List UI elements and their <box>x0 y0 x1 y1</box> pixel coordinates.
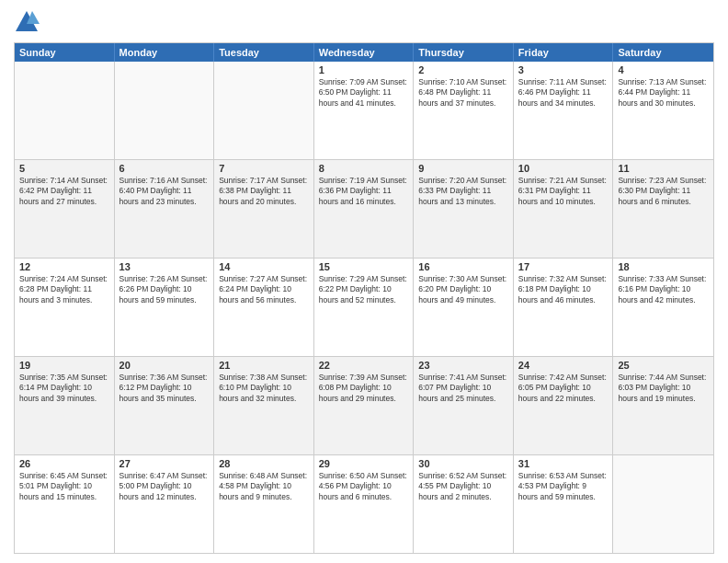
day-number: 30 <box>418 458 508 469</box>
empty-cell <box>214 62 314 159</box>
day-cell-27: 27Sunrise: 6:47 AM Sunset: 5:00 PM Dayli… <box>115 455 215 553</box>
day-info: Sunrise: 6:47 AM Sunset: 5:00 PM Dayligh… <box>119 471 210 502</box>
day-cell-23: 23Sunrise: 7:41 AM Sunset: 6:07 PM Dayli… <box>414 357 514 454</box>
day-info: Sunrise: 7:24 AM Sunset: 6:28 PM Dayligh… <box>19 274 109 305</box>
day-cell-6: 6Sunrise: 7:16 AM Sunset: 6:40 PM Daylig… <box>115 160 215 258</box>
day-info: Sunrise: 7:33 AM Sunset: 6:16 PM Dayligh… <box>618 274 709 305</box>
header <box>14 9 714 35</box>
day-info: Sunrise: 7:29 AM Sunset: 6:22 PM Dayligh… <box>319 274 409 305</box>
day-info: Sunrise: 7:21 AM Sunset: 6:31 PM Dayligh… <box>518 176 609 207</box>
calendar-header: SundayMondayTuesdayWednesdayThursdayFrid… <box>15 43 713 62</box>
day-number: 9 <box>418 163 508 174</box>
day-number: 2 <box>418 64 508 75</box>
day-info: Sunrise: 7:11 AM Sunset: 6:46 PM Dayligh… <box>518 77 609 109</box>
day-info: Sunrise: 7:39 AM Sunset: 6:08 PM Dayligh… <box>319 373 409 404</box>
day-number: 12 <box>19 261 109 272</box>
header-day-wednesday: Wednesday <box>314 43 415 62</box>
day-cell-18: 18Sunrise: 7:33 AM Sunset: 6:16 PM Dayli… <box>613 259 713 356</box>
header-day-thursday: Thursday <box>414 43 514 62</box>
day-number: 1 <box>319 64 409 75</box>
day-number: 24 <box>518 360 609 371</box>
day-number: 13 <box>119 261 210 272</box>
day-number: 16 <box>418 261 508 272</box>
day-info: Sunrise: 7:26 AM Sunset: 6:26 PM Dayligh… <box>119 274 210 305</box>
calendar-week-5: 26Sunrise: 6:45 AM Sunset: 5:01 PM Dayli… <box>15 454 713 553</box>
header-day-monday: Monday <box>115 43 215 62</box>
day-cell-9: 9Sunrise: 7:20 AM Sunset: 6:33 PM Daylig… <box>414 160 514 258</box>
day-cell-11: 11Sunrise: 7:23 AM Sunset: 6:30 PM Dayli… <box>613 160 713 258</box>
day-number: 23 <box>418 360 508 371</box>
day-cell-13: 13Sunrise: 7:26 AM Sunset: 6:26 PM Dayli… <box>115 259 215 356</box>
day-number: 29 <box>319 458 409 469</box>
day-number: 8 <box>319 163 409 174</box>
empty-cell <box>115 62 215 159</box>
day-cell-2: 2Sunrise: 7:10 AM Sunset: 6:48 PM Daylig… <box>414 62 514 159</box>
day-cell-30: 30Sunrise: 6:52 AM Sunset: 4:55 PM Dayli… <box>414 455 514 553</box>
day-cell-25: 25Sunrise: 7:44 AM Sunset: 6:03 PM Dayli… <box>613 357 713 454</box>
day-number: 28 <box>219 458 309 469</box>
day-cell-4: 4Sunrise: 7:13 AM Sunset: 6:44 PM Daylig… <box>613 62 713 159</box>
day-cell-26: 26Sunrise: 6:45 AM Sunset: 5:01 PM Dayli… <box>15 455 115 553</box>
day-number: 6 <box>119 163 210 174</box>
day-cell-16: 16Sunrise: 7:30 AM Sunset: 6:20 PM Dayli… <box>414 259 514 356</box>
day-info: Sunrise: 7:17 AM Sunset: 6:38 PM Dayligh… <box>219 176 309 207</box>
day-number: 20 <box>119 360 210 371</box>
day-cell-7: 7Sunrise: 7:17 AM Sunset: 6:38 PM Daylig… <box>214 160 314 258</box>
day-number: 17 <box>518 261 609 272</box>
day-number: 22 <box>319 360 409 371</box>
day-cell-8: 8Sunrise: 7:19 AM Sunset: 6:36 PM Daylig… <box>314 160 415 258</box>
day-info: Sunrise: 7:16 AM Sunset: 6:40 PM Dayligh… <box>119 176 210 207</box>
day-info: Sunrise: 7:19 AM Sunset: 6:36 PM Dayligh… <box>319 176 409 207</box>
day-cell-3: 3Sunrise: 7:11 AM Sunset: 6:46 PM Daylig… <box>514 62 614 159</box>
header-day-tuesday: Tuesday <box>214 43 314 62</box>
day-cell-14: 14Sunrise: 7:27 AM Sunset: 6:24 PM Dayli… <box>214 259 314 356</box>
day-info: Sunrise: 7:27 AM Sunset: 6:24 PM Dayligh… <box>219 274 309 305</box>
header-day-saturday: Saturday <box>613 43 713 62</box>
day-cell-10: 10Sunrise: 7:21 AM Sunset: 6:31 PM Dayli… <box>514 160 614 258</box>
day-cell-31: 31Sunrise: 6:53 AM Sunset: 4:53 PM Dayli… <box>514 455 614 553</box>
day-cell-20: 20Sunrise: 7:36 AM Sunset: 6:12 PM Dayli… <box>115 357 215 454</box>
day-cell-28: 28Sunrise: 6:48 AM Sunset: 4:58 PM Dayli… <box>214 455 314 553</box>
day-info: Sunrise: 6:52 AM Sunset: 4:55 PM Dayligh… <box>418 471 508 502</box>
day-number: 21 <box>219 360 309 371</box>
day-cell-21: 21Sunrise: 7:38 AM Sunset: 6:10 PM Dayli… <box>214 357 314 454</box>
day-info: Sunrise: 6:53 AM Sunset: 4:53 PM Dayligh… <box>518 471 609 502</box>
calendar-body: 1Sunrise: 7:09 AM Sunset: 6:50 PM Daylig… <box>15 62 713 553</box>
day-cell-22: 22Sunrise: 7:39 AM Sunset: 6:08 PM Dayli… <box>314 357 415 454</box>
day-number: 15 <box>319 261 409 272</box>
calendar: SundayMondayTuesdayWednesdayThursdayFrid… <box>14 42 714 554</box>
day-info: Sunrise: 7:41 AM Sunset: 6:07 PM Dayligh… <box>418 373 508 404</box>
day-cell-29: 29Sunrise: 6:50 AM Sunset: 4:56 PM Dayli… <box>314 455 415 553</box>
header-day-sunday: Sunday <box>15 43 115 62</box>
day-number: 19 <box>19 360 109 371</box>
logo-icon <box>14 9 40 35</box>
day-number: 27 <box>119 458 210 469</box>
page: SundayMondayTuesdayWednesdayThursdayFrid… <box>0 0 728 563</box>
day-cell-12: 12Sunrise: 7:24 AM Sunset: 6:28 PM Dayli… <box>15 259 115 356</box>
day-info: Sunrise: 7:23 AM Sunset: 6:30 PM Dayligh… <box>618 176 709 207</box>
day-cell-17: 17Sunrise: 7:32 AM Sunset: 6:18 PM Dayli… <box>514 259 614 356</box>
day-cell-19: 19Sunrise: 7:35 AM Sunset: 6:14 PM Dayli… <box>15 357 115 454</box>
day-number: 3 <box>518 64 609 75</box>
day-cell-5: 5Sunrise: 7:14 AM Sunset: 6:42 PM Daylig… <box>15 160 115 258</box>
day-info: Sunrise: 6:48 AM Sunset: 4:58 PM Dayligh… <box>219 471 309 502</box>
day-info: Sunrise: 7:20 AM Sunset: 6:33 PM Dayligh… <box>418 176 508 207</box>
day-number: 14 <box>219 261 309 272</box>
day-number: 31 <box>518 458 609 469</box>
day-info: Sunrise: 7:32 AM Sunset: 6:18 PM Dayligh… <box>518 274 609 305</box>
day-info: Sunrise: 7:09 AM Sunset: 6:50 PM Dayligh… <box>319 77 409 109</box>
day-info: Sunrise: 6:45 AM Sunset: 5:01 PM Dayligh… <box>19 471 109 502</box>
empty-cell <box>613 455 713 553</box>
day-info: Sunrise: 7:36 AM Sunset: 6:12 PM Dayligh… <box>119 373 210 404</box>
day-number: 18 <box>618 261 709 272</box>
calendar-week-4: 19Sunrise: 7:35 AM Sunset: 6:14 PM Dayli… <box>15 356 713 454</box>
day-info: Sunrise: 7:38 AM Sunset: 6:10 PM Dayligh… <box>219 373 309 404</box>
calendar-week-1: 1Sunrise: 7:09 AM Sunset: 6:50 PM Daylig… <box>15 62 713 159</box>
day-number: 25 <box>618 360 709 371</box>
day-info: Sunrise: 7:42 AM Sunset: 6:05 PM Dayligh… <box>518 373 609 404</box>
header-day-friday: Friday <box>514 43 614 62</box>
calendar-week-3: 12Sunrise: 7:24 AM Sunset: 6:28 PM Dayli… <box>15 258 713 356</box>
day-number: 10 <box>518 163 609 174</box>
day-number: 7 <box>219 163 309 174</box>
empty-cell <box>15 62 115 159</box>
